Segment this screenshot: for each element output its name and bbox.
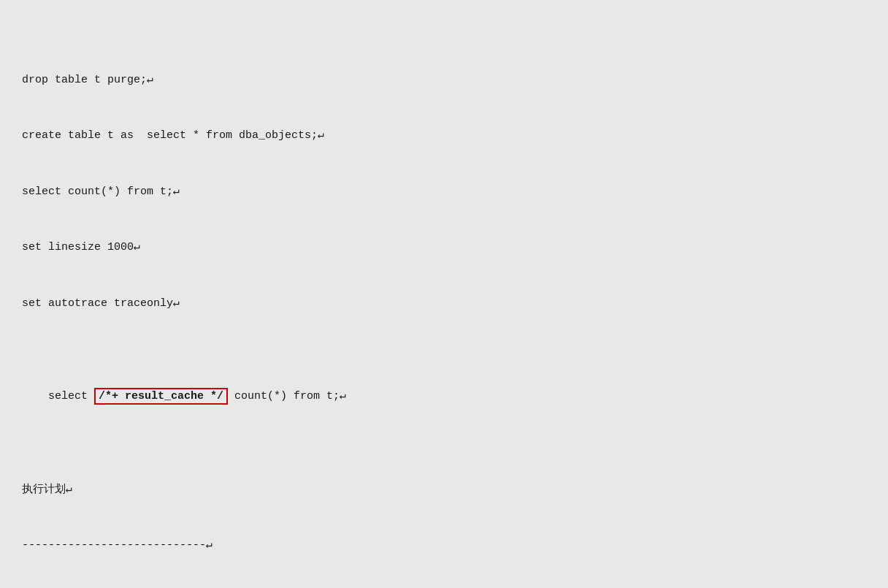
separator-1: ----------------------------↵ bbox=[22, 536, 866, 555]
line-create-table: create table t as select * from dba_obje… bbox=[22, 126, 866, 145]
select-count-part: count(*) from t;↵ bbox=[228, 390, 346, 402]
select-keyword: select bbox=[48, 390, 94, 402]
code-block: drop table t purge;↵ create table t as s… bbox=[22, 15, 866, 588]
line-drop-table: drop table t purge;↵ bbox=[22, 71, 866, 90]
line-select-hint: select /*+ result_cache */ count(*) from… bbox=[22, 369, 866, 425]
line-execution-plan-label: 执行计划↵ bbox=[22, 481, 866, 500]
result-cache-hint: /*+ result_cache */ bbox=[94, 388, 228, 405]
line-set-linesize: set linesize 1000↵ bbox=[22, 238, 866, 257]
line-set-autotrace: set autotrace traceonly↵ bbox=[22, 294, 866, 313]
line-select-count: select count(*) from t;↵ bbox=[22, 183, 866, 202]
